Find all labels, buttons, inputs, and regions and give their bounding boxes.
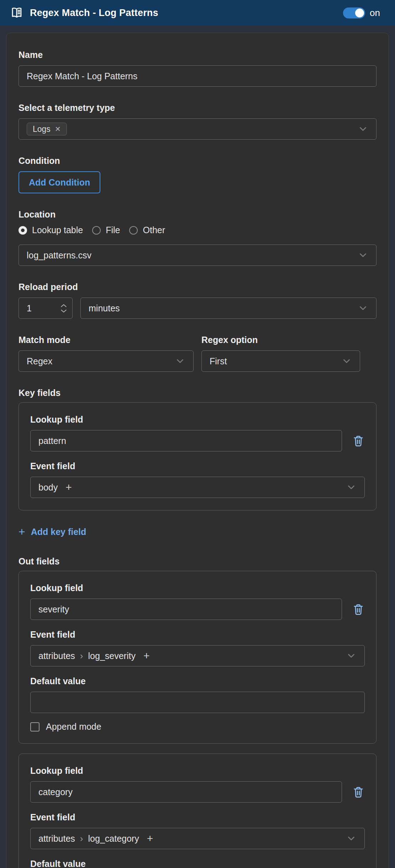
location-section: Location Lookup table File Other log_pat… bbox=[19, 209, 376, 266]
regex-option-value: First bbox=[210, 356, 227, 366]
telemetry-label: Select a telemetry type bbox=[19, 102, 376, 113]
add-key-field-section: + Add key field bbox=[19, 523, 376, 539]
out-field-row-card: Lookup field category Event field attrib… bbox=[19, 754, 376, 868]
location-radio-group: Lookup table File Other bbox=[19, 225, 376, 235]
chevron-down-icon bbox=[175, 356, 185, 366]
name-label: Name bbox=[19, 49, 376, 60]
reload-period-section: Reload period 1 minutes bbox=[19, 282, 376, 319]
plus-icon: + bbox=[19, 526, 25, 537]
out-fields-label: Out fields bbox=[19, 556, 376, 567]
toggle-knob bbox=[355, 9, 364, 17]
key-event-field-select[interactable]: body + bbox=[30, 477, 365, 498]
chevron-down-icon bbox=[358, 303, 368, 314]
out-event-field-select[interactable]: attributes › log_severity + bbox=[30, 645, 365, 666]
out-fields-section: Out fields Lookup field severity Event f… bbox=[19, 556, 376, 868]
default-value-input[interactable] bbox=[30, 692, 365, 713]
event-field-label: Event field bbox=[30, 812, 365, 823]
key-field-row-card: Lookup field pattern Event field body + bbox=[19, 402, 376, 510]
match-options-section: Match mode Regex Regex option First bbox=[19, 334, 376, 372]
out-lookup-field-input[interactable]: severity bbox=[30, 599, 342, 620]
reload-period-unit-value: minutes bbox=[89, 303, 120, 314]
toggle-state-label: on bbox=[370, 7, 380, 18]
lookup-table-file-select[interactable]: log_patterns.csv bbox=[19, 245, 376, 266]
radio-option-lookup-table[interactable]: Lookup table bbox=[19, 225, 83, 235]
append-mode-row: Append mode bbox=[30, 722, 365, 732]
stepper-up-icon[interactable] bbox=[60, 303, 67, 308]
regex-option-column: Regex option First bbox=[201, 334, 360, 372]
event-field-label: Event field bbox=[30, 629, 365, 640]
default-value-label: Default value bbox=[30, 858, 365, 868]
match-mode-select[interactable]: Regex bbox=[19, 350, 194, 372]
chevron-down-icon bbox=[358, 250, 368, 261]
out-event-field-select[interactable]: attributes › log_category + bbox=[30, 828, 365, 849]
match-mode-value: Regex bbox=[27, 356, 52, 366]
chevron-down-icon bbox=[358, 124, 368, 134]
chevron-down-icon bbox=[346, 482, 357, 493]
radio-unselected-icon bbox=[92, 226, 101, 235]
default-value-label: Default value bbox=[30, 676, 365, 686]
out-lookup-field-input[interactable]: category bbox=[30, 781, 342, 803]
condition-label: Condition bbox=[19, 155, 376, 166]
name-section: Name Regex Match - Log Patterns bbox=[19, 49, 376, 87]
breadcrumb-chevron-icon: › bbox=[80, 650, 83, 661]
chevron-down-icon bbox=[346, 833, 357, 844]
out-field-row-card: Lookup field severity Event field attrib… bbox=[19, 571, 376, 744]
add-path-segment-icon[interactable]: + bbox=[143, 650, 150, 662]
book-icon bbox=[10, 7, 23, 19]
add-path-segment-icon[interactable]: + bbox=[65, 481, 72, 493]
match-mode-label: Match mode bbox=[19, 334, 194, 345]
trash-icon[interactable] bbox=[352, 603, 365, 616]
stepper-down-icon[interactable] bbox=[60, 309, 67, 314]
key-lookup-field-input[interactable]: pattern bbox=[30, 430, 342, 451]
name-input[interactable]: Regex Match - Log Patterns bbox=[19, 65, 376, 87]
enabled-toggle-group: on bbox=[343, 7, 380, 18]
radio-option-other[interactable]: Other bbox=[129, 225, 165, 235]
telemetry-section: Select a telemetry type Logs ✕ bbox=[19, 102, 376, 140]
lookup-field-label: Lookup field bbox=[30, 765, 365, 776]
radio-option-file[interactable]: File bbox=[92, 225, 120, 235]
key-fields-label: Key fields bbox=[19, 387, 376, 398]
append-mode-label: Append mode bbox=[46, 722, 101, 732]
enabled-toggle[interactable] bbox=[343, 7, 365, 18]
chevron-down-icon bbox=[346, 650, 357, 661]
lookup-field-row: category bbox=[30, 781, 365, 803]
number-stepper bbox=[60, 303, 67, 314]
lookup-field-label: Lookup field bbox=[30, 414, 365, 425]
page-title: Regex Match - Log Patterns bbox=[30, 7, 343, 18]
lookup-field-label: Lookup field bbox=[30, 583, 365, 593]
telemetry-chip-label: Logs bbox=[33, 124, 51, 134]
telemetry-select[interactable]: Logs ✕ bbox=[19, 118, 376, 140]
radio-selected-icon bbox=[19, 226, 27, 235]
reload-period-unit-select[interactable]: minutes bbox=[80, 298, 376, 319]
name-value: Regex Match - Log Patterns bbox=[27, 71, 137, 81]
add-path-segment-icon[interactable]: + bbox=[147, 832, 153, 845]
radio-unselected-icon bbox=[129, 226, 138, 235]
lookup-field-row: pattern bbox=[30, 430, 365, 451]
add-condition-button[interactable]: Add Condition bbox=[19, 171, 100, 193]
reload-period-number-input[interactable]: 1 bbox=[19, 298, 73, 319]
add-key-field-button[interactable]: + Add key field bbox=[19, 526, 86, 537]
titlebar: Regex Match - Log Patterns on bbox=[0, 0, 395, 26]
reload-period-label: Reload period bbox=[19, 282, 376, 292]
reload-period-value: 1 bbox=[27, 303, 32, 314]
condition-section: Condition Add Condition bbox=[19, 155, 376, 193]
match-mode-column: Match mode Regex bbox=[19, 334, 194, 372]
trash-icon[interactable] bbox=[352, 434, 365, 447]
trash-icon[interactable] bbox=[352, 786, 365, 798]
telemetry-chip-logs: Logs ✕ bbox=[27, 123, 67, 135]
regex-option-label: Regex option bbox=[201, 334, 360, 345]
chevron-down-icon bbox=[341, 356, 352, 366]
lookup-field-row: severity bbox=[30, 599, 365, 620]
event-field-label: Event field bbox=[30, 461, 365, 471]
reload-period-row: 1 minutes bbox=[19, 298, 376, 319]
key-fields-section: Key fields Lookup field pattern Event fi… bbox=[19, 387, 376, 510]
regex-option-select[interactable]: First bbox=[201, 350, 360, 372]
breadcrumb-chevron-icon: › bbox=[80, 833, 83, 844]
processor-form-card: Name Regex Match - Log Patterns Select a… bbox=[6, 33, 389, 868]
append-mode-checkbox[interactable] bbox=[30, 722, 40, 732]
chip-remove-icon[interactable]: ✕ bbox=[55, 125, 61, 133]
location-label: Location bbox=[19, 209, 376, 220]
lookup-table-file-value: log_patterns.csv bbox=[27, 250, 91, 261]
